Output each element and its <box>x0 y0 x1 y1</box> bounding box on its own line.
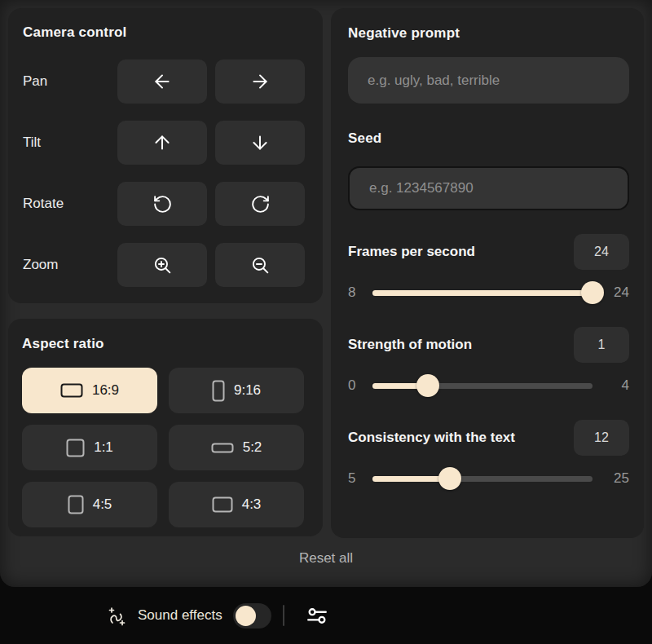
motion-max-label: 4 <box>605 377 629 394</box>
consistency-value-badge: 12 <box>574 420 629 456</box>
toggle-knob <box>236 606 256 626</box>
seed-title: Seed <box>348 130 629 147</box>
consistency-min-label: 5 <box>348 470 364 487</box>
sound-wave-icon <box>106 603 127 628</box>
arrow-up-icon <box>152 132 173 153</box>
pan-right-button[interactable] <box>215 60 305 104</box>
zoom-out-icon <box>250 255 271 276</box>
aspect-option-4-5[interactable]: 4:5 <box>22 482 157 527</box>
motion-label: Strength of motion <box>348 337 472 353</box>
rotate-cw-icon <box>250 194 271 214</box>
aspect-option-label: 5:2 <box>243 439 262 456</box>
rotate-ccw-icon <box>152 194 173 214</box>
fps-slider: 8 24 <box>348 281 629 304</box>
camera-row-tilt: Tilt <box>23 121 305 165</box>
fps-slider-thumb[interactable] <box>581 281 604 304</box>
arrow-left-icon <box>152 71 173 92</box>
aspect-option-16-9[interactable]: 16:9 <box>22 368 157 413</box>
reset-all-button[interactable]: Reset all <box>294 549 358 567</box>
motion-header: Strength of motion 1 <box>348 327 629 363</box>
rotate-ccw-button[interactable] <box>117 182 207 226</box>
arrow-down-icon <box>249 132 271 153</box>
consistency-slider-thumb[interactable] <box>438 467 461 490</box>
motion-slider-thumb[interactable] <box>416 374 439 397</box>
tilt-label: Tilt <box>23 135 117 151</box>
aspect-ratio-title: Aspect ratio <box>22 336 304 352</box>
sound-effects-toggle[interactable] <box>233 603 271 629</box>
negative-prompt-input[interactable] <box>348 57 629 104</box>
wide-rect-icon <box>211 443 234 453</box>
tune-sliders-icon <box>305 603 329 628</box>
advanced-settings-button[interactable] <box>305 603 329 628</box>
arrow-right-icon <box>249 71 271 92</box>
consistency-max-label: 25 <box>605 470 629 487</box>
consistency-slider-track[interactable] <box>372 476 593 482</box>
zoom-label: Zoom <box>23 257 117 273</box>
tall-rect-icon <box>68 495 84 514</box>
zoom-out-button[interactable] <box>215 243 305 287</box>
classic-rect-icon <box>212 496 233 513</box>
aspect-option-label: 4:3 <box>242 496 262 513</box>
square-rect-icon <box>66 439 85 457</box>
camera-row-pan: Pan <box>23 60 305 104</box>
rotate-label: Rotate <box>23 196 117 212</box>
motion-slider: 0 4 <box>348 374 629 397</box>
negative-prompt-title: Negative prompt <box>348 25 629 42</box>
pan-left-button[interactable] <box>117 60 207 104</box>
motion-slider-track[interactable] <box>372 383 593 389</box>
fps-max-label: 24 <box>605 285 629 301</box>
motion-value-badge: 1 <box>574 327 629 363</box>
fps-slider-fill <box>372 290 593 296</box>
consistency-label: Consistency with the text <box>348 430 515 446</box>
bottom-bar: Sound effects <box>0 587 652 644</box>
consistency-header: Consistency with the text 12 <box>348 420 629 456</box>
aspect-option-9-16[interactable]: 9:16 <box>169 368 304 413</box>
fps-min-label: 8 <box>348 285 364 301</box>
seed-input[interactable] <box>348 166 629 210</box>
aspect-option-label: 16:9 <box>92 382 119 399</box>
tilt-up-button[interactable] <box>117 121 207 165</box>
divider <box>283 605 284 626</box>
aspect-option-label: 4:5 <box>93 496 112 513</box>
settings-sheet: Camera control Pan <box>0 0 652 587</box>
zoom-in-icon <box>152 255 173 276</box>
camera-control-title: Camera control <box>23 24 305 41</box>
consistency-slider: 5 25 <box>348 467 629 490</box>
tilt-down-button[interactable] <box>215 121 305 165</box>
landscape-rect-icon <box>60 383 83 398</box>
aspect-ratio-panel: Aspect ratio 16:9 9:16 1:1 <box>8 319 323 536</box>
portrait-rect-icon <box>212 380 225 402</box>
fps-header: Frames per second 24 <box>348 234 629 270</box>
aspect-option-4-3[interactable]: 4:3 <box>169 482 304 527</box>
zoom-in-button[interactable] <box>117 243 207 287</box>
footer: Reset all <box>8 538 644 579</box>
aspect-option-5-2[interactable]: 5:2 <box>169 425 304 470</box>
camera-row-rotate: Rotate <box>23 182 305 226</box>
generation-settings-panel: Negative prompt Seed Frames per second 2… <box>331 8 644 538</box>
fps-slider-track[interactable] <box>372 290 593 296</box>
fps-value-badge: 24 <box>574 234 629 270</box>
motion-min-label: 0 <box>348 377 364 394</box>
pan-label: Pan <box>23 73 117 90</box>
aspect-option-label: 9:16 <box>234 382 261 399</box>
aspect-option-1-1[interactable]: 1:1 <box>22 425 157 470</box>
camera-row-zoom: Zoom <box>23 243 305 287</box>
sound-effects-label: Sound effects <box>138 607 222 624</box>
rotate-cw-button[interactable] <box>215 182 305 226</box>
camera-control-panel: Camera control Pan <box>8 8 323 303</box>
fps-label: Frames per second <box>348 244 475 260</box>
aspect-option-label: 1:1 <box>94 439 113 456</box>
